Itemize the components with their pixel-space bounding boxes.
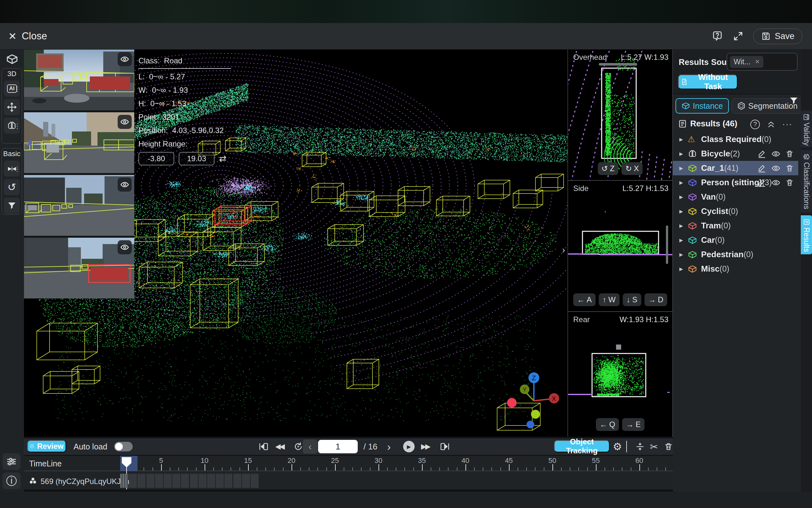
rear-view[interactable]: Rear W:1.93 H:1.53 ←Q →E [568,312,672,437]
camera-view-4[interactable] [24,238,134,298]
frame-cell[interactable] [251,474,258,488]
help-circle-icon[interactable]: ? [750,120,760,129]
toggle-visibility-button[interactable] [117,52,132,66]
tree-row-bicycle[interactable]: ▶Bicycle(2) [673,146,798,161]
frame-cell[interactable] [120,474,128,488]
ai-tool-button[interactable]: AI⋮ [4,81,20,97]
replay-button[interactable] [293,440,303,453]
tab-instance[interactable]: Instance [675,98,729,114]
trash-icon[interactable] [785,178,794,187]
rewind-button[interactable]: ◀◀ [275,440,284,453]
side-scrollbar[interactable] [666,225,668,264]
frame-cell[interactable] [172,474,180,488]
frame-cell[interactable] [181,474,189,488]
frame-cell[interactable] [233,474,241,488]
expand-caret-icon[interactable]: ▶ [679,137,688,142]
overhead-canvas[interactable] [568,50,672,181]
expand-caret-icon[interactable]: ▶ [679,209,688,214]
render-settings-button[interactable] [3,453,20,470]
toggle-visibility-button[interactable] [117,240,132,254]
merge-frames-icon[interactable] [635,440,645,453]
previous-frame-button[interactable]: ‹ [303,439,318,454]
kebab-icon[interactable]: ⋮ [14,165,20,173]
tree-row-class-required[interactable]: ▶⚠Class Required(0) [673,132,798,146]
trash-icon[interactable] [785,164,794,173]
expand-caret-icon[interactable]: ▶ [679,165,688,171]
eye-icon[interactable] [771,178,780,187]
side-view[interactable]: Side L:5.27 H:1.53 ←A ↑W ↓S →D [568,181,672,312]
tree-row-car[interactable]: ▶Car(0) [673,233,798,247]
auto-load-toggle[interactable] [114,442,133,451]
last-frame-button[interactable] [439,440,450,453]
smart-tool-button[interactable]: ⋮ [4,118,20,134]
expand-caret-icon[interactable]: ▶ [679,151,688,157]
without-task-button[interactable]: Without Task [678,75,737,89]
tree-row-cyclist[interactable]: ▶Cyclist(0) [673,204,798,218]
collapse-all-icon[interactable] [767,120,775,129]
tree-row-person-sitting-[interactable]: ▶Person (sitting)(3) [673,175,798,190]
overhead-view[interactable]: Overhead L:5.27 W:1.93 ↺Z ↻X [568,50,672,181]
scissors-icon[interactable]: ✂ [650,440,658,453]
frame-cell[interactable] [216,474,224,488]
expand-caret-icon[interactable]: ▶ [679,194,688,200]
frame-cell[interactable] [146,474,154,488]
rotate-z-button[interactable]: ↺Z [598,162,619,175]
expand-caret-icon[interactable]: ▶ [679,180,688,185]
camera-view-3[interactable] [24,175,134,236]
edit-icon[interactable] [757,178,766,187]
rotate-x-button[interactable]: ↻X [621,162,642,175]
mirror-tool-button[interactable]: ▶|◀⋮ [4,161,20,177]
expand-caret-icon[interactable]: ▶ [679,252,688,257]
reset-view-button[interactable]: ↺ [4,179,20,195]
rotate-q-button[interactable]: ←Q [596,418,619,431]
tree-row-tram[interactable]: ▶Tram(0) [673,218,798,233]
eye-icon[interactable] [771,164,780,173]
help-icon[interactable] [712,30,723,42]
eye-icon[interactable] [771,150,780,158]
frame-number-input[interactable] [318,440,358,453]
trash-icon[interactable] [664,440,673,453]
tag-remove-icon[interactable]: ✕ [755,58,760,65]
edit-icon[interactable] [757,150,766,158]
frame-cell[interactable] [225,474,232,488]
collapse-right-panel-handle[interactable]: › [560,242,567,258]
move-right-d-button[interactable]: →D [644,293,667,306]
tree-row-pedestrian[interactable]: ▶Pedestrian(0) [673,247,798,262]
tab-results[interactable]: Results [801,215,812,254]
toggle-visibility-button[interactable] [117,177,132,192]
frame-cell[interactable] [207,474,215,488]
close-button[interactable]: ✕ Close [8,30,47,42]
toggle-visibility-button[interactable] [117,115,132,129]
next-frame-button[interactable]: › [387,440,391,453]
object-tracking-button[interactable]: Object Tracking [554,440,610,452]
frame-cell[interactable] [155,474,163,488]
camera-view-1[interactable] [24,50,134,110]
height-min-input[interactable]: -3.80 [138,152,174,165]
camera-view-2[interactable] [24,112,134,173]
side-canvas[interactable] [568,181,672,312]
height-max-input[interactable]: 19.03 [179,152,214,165]
frame-cell[interactable] [164,474,172,488]
trash-icon[interactable] [785,150,794,158]
move-left-a-button[interactable]: ←A [573,293,595,306]
play-button[interactable]: ▶ [403,440,415,453]
move-down-s-button[interactable]: ↓S [623,293,641,306]
swap-icon[interactable]: ⇄ [219,152,226,165]
kebab-icon[interactable]: ⋮ [14,122,20,130]
more-icon[interactable]: ··· [782,119,793,129]
filter-results-icon[interactable] [789,96,799,105]
review-button[interactable]: Review [27,440,66,452]
tab-validity[interactable]: Validity [801,110,812,147]
gear-icon[interactable]: ⚙ [613,440,622,453]
kebab-icon[interactable]: ⋮ [14,85,20,93]
fullscreen-icon[interactable] [733,31,744,42]
frame-cell[interactable] [242,474,250,488]
frame-cell[interactable] [129,474,137,488]
frame-cell[interactable] [138,474,145,488]
source-tag[interactable]: Wit...✕ [730,56,763,68]
expand-caret-icon[interactable]: ▶ [679,237,688,243]
edit-icon[interactable] [757,164,766,173]
expand-caret-icon[interactable]: ▶ [679,223,688,229]
frame-cell[interactable] [190,474,198,488]
rotate-e-button[interactable]: →E [622,418,644,431]
